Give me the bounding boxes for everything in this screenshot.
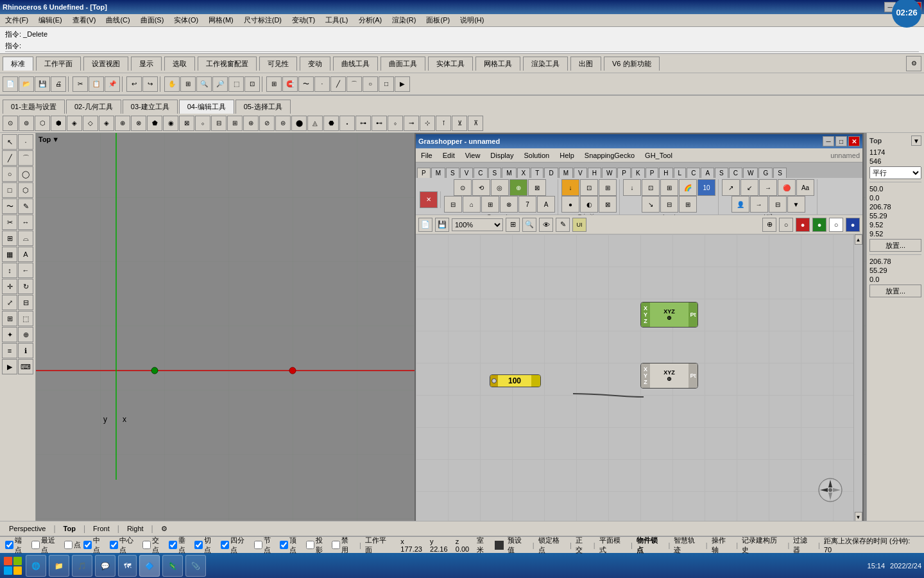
line-tool[interactable]: ╱ [2,150,17,166]
menu-help[interactable]: 说明(H) [458,15,486,26]
taskbar-map[interactable]: 🗺 [118,555,137,577]
script-tool[interactable]: ⌨ [18,359,33,374]
gh-tab-C2[interactable]: C [687,168,700,178]
gh-tab-H2[interactable]: H [659,168,672,178]
status-nearest[interactable]: 最近点 [31,536,62,555]
gh-canvas[interactable]: X Y Z XYZ ⊕ Pt [416,234,862,521]
layer-tool[interactable]: ≡ [2,343,17,358]
vp-tab-front[interactable]: Front [87,523,116,534]
status-perp[interactable]: 垂点 [169,536,193,555]
zoom-select[interactable]: 100% 75% 50% 150% 200% [452,218,503,231]
copy-btn[interactable]: 📋 [89,76,104,92]
gh-canvas-scrollbar[interactable]: ▲ ▼ [853,234,862,521]
gh-tab-V[interactable]: V [460,168,474,178]
snap-project-check[interactable] [306,541,314,549]
taskbar-explorer[interactable]: 📁 [49,555,69,577]
status-endpoint[interactable]: 端点 [5,536,29,555]
gh-util-8[interactable]: ⊟ [769,196,787,213]
menu-curve[interactable]: 曲线(C) [103,15,132,26]
gh-geo-11[interactable]: A [537,196,555,213]
gh-tab-P3[interactable]: P [646,168,659,178]
gh-input-6[interactable]: ↘ [642,196,660,213]
gh-input-5[interactable]: 10 [697,179,715,196]
group-tool[interactable]: ⬚ [18,311,33,326]
gh-util-7[interactable]: → [750,196,768,213]
gh-menu-ghtool[interactable]: GH_Tool [642,151,675,160]
command-line-2[interactable]: 指令: [5,40,919,52]
snap-vertex-check[interactable] [280,541,288,549]
gh-tab-M[interactable]: M [431,168,445,178]
gh-menu-display[interactable]: Display [488,151,516,160]
snap-perp-check[interactable] [169,541,177,549]
point-btn[interactable]: · [314,76,330,92]
taskbar-clip[interactable]: 📎 [185,555,206,577]
tab-geotool[interactable]: 02-几何工具 [66,100,121,114]
tab-seltool[interactable]: 05-选择工具 [235,100,291,114]
status-point[interactable]: 点 [64,540,81,550]
gh-tab-C[interactable]: C [474,168,487,178]
zoom-win-btn[interactable]: ⬚ [228,76,244,92]
polygon-tool[interactable]: ⬡ [18,182,33,198]
arc-tool[interactable]: ⌒ [18,150,33,166]
gh-input-8[interactable]: ⊞ [679,196,697,213]
rp-parallel-select[interactable]: 平行 透视 [869,166,921,179]
gh-blue-btn[interactable]: ● [846,218,860,232]
taskbar-ie[interactable]: 🌐 [26,555,46,577]
gh-pen-btn[interactable]: ✎ [556,218,570,232]
tab-setview[interactable]: 设置视图 [83,57,128,71]
extend-tool[interactable]: ↔ [18,215,33,230]
vp-tab-perspective[interactable]: Perspective [3,523,52,534]
point-tool[interactable]: · [18,134,33,150]
undo-btn[interactable]: ↩ [126,76,142,92]
gh-save-btn[interactable]: 💾 [435,218,449,232]
gh-node-number-100[interactable]: 100 [490,374,541,387]
hatch-tool[interactable]: ▦ [2,247,17,262]
circle-btn[interactable]: ○ [363,76,378,92]
snap-tangent-check[interactable] [194,541,203,549]
gh-geo-10[interactable]: 7 [518,196,536,213]
t2-btn6[interactable]: ◇ [83,116,98,131]
gh-zoom-area-btn[interactable]: 🔍 [522,218,536,232]
trim-tool[interactable]: ✂ [2,215,17,230]
t2-btn25[interactable]: ⬨ [388,116,403,131]
t2-btn18[interactable]: ⊜ [275,116,291,131]
gh-tab-C3[interactable]: C [729,168,742,178]
status-center[interactable]: 中心点 [110,536,140,555]
rect-btn[interactable]: □ [379,76,394,92]
gh-tab-L[interactable]: L [674,168,687,178]
menu-edit[interactable]: 编辑(E) [36,15,65,26]
gh-prim-3[interactable]: ⊞ [599,179,617,196]
zoom-extend-btn[interactable]: ⊞ [180,76,196,92]
menu-dim[interactable]: 尺寸标注(D) [241,15,284,26]
snap-endpoint-check[interactable] [5,541,13,549]
gh-geo-4[interactable]: ⊕ [509,179,527,196]
freeform-tool[interactable]: ✎ [18,198,33,214]
vp-tab-right[interactable]: Right [121,523,150,534]
move-tool[interactable]: ✛ [2,279,17,294]
curve-btn[interactable]: 〜 [298,76,314,92]
menu-solid[interactable]: 实体(O) [171,15,201,26]
status-intersect[interactable]: 交点 [142,536,166,555]
zoom-out-btn[interactable]: 🔎 [212,76,228,92]
gh-tab-W[interactable]: W [602,168,617,178]
gh-sphere-btn[interactable]: ⊕ [762,218,776,232]
menu-panel[interactable]: 面板(P) [424,15,452,26]
gh-tab-W2[interactable]: W [743,168,758,178]
gh-scroll-down-btn[interactable]: ▼ [855,512,862,521]
menu-mesh[interactable]: 网格(M) [206,15,236,26]
offset-tool[interactable]: ⊞ [2,231,17,246]
status-quadrant[interactable]: 四分点 [221,536,251,555]
t2-btn28[interactable]: ⊺ [436,116,451,131]
tab-visible[interactable]: 可见性 [259,57,297,71]
status-vertex[interactable]: 顶点 [280,536,304,555]
tab-standard[interactable]: 标准 [3,57,33,71]
gh-sphere2-btn[interactable]: ○ [779,218,793,232]
rp-btn-place-2[interactable]: 放置... [869,285,921,297]
status-tangent[interactable]: 切点 [194,536,218,555]
t2-btn9[interactable]: ⊗ [131,116,146,131]
gh-geo-7[interactable]: ⌂ [463,196,481,213]
open-btn[interactable]: 📂 [19,76,34,92]
gh-prim-6[interactable]: ⊠ [599,196,617,213]
viewport-label[interactable]: Top ▼ [38,136,59,143]
tab-workplane[interactable]: 工作平面 [36,57,81,71]
